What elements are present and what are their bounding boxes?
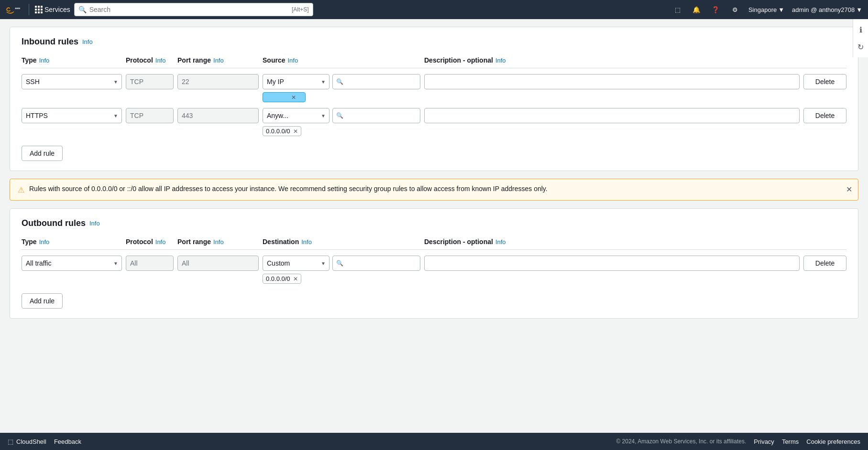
help-btn[interactable]: ❓ <box>710 4 722 15</box>
user-menu[interactable]: admin @ anthony2708 ▼ <box>792 6 862 13</box>
out-remove-ip-btn-1[interactable]: ✕ <box>293 276 298 282</box>
source-type-wrapper-2: Anyw... ▼ <box>263 108 330 123</box>
type-select-wrapper-2: HTTPS ▼ <box>22 108 122 123</box>
search-icon: 🔍 <box>78 6 87 13</box>
outbound-rules-title: Outbound rules Info <box>22 218 846 228</box>
type-col-header: Type Info <box>22 56 122 64</box>
region-label: Singapore <box>748 6 777 13</box>
out-description-info-link[interactable]: Info <box>495 238 506 246</box>
search-shortcut: [Alt+S] <box>292 6 309 13</box>
out-portrange-info-link[interactable]: Info <box>213 238 224 246</box>
source-search-icon-2: 🔍 <box>336 112 343 119</box>
source-row-2: Anyw... ▼ 🔍 <box>263 108 420 123</box>
settings-btn[interactable]: ⚙ <box>729 4 741 15</box>
source-info-link[interactable]: Info <box>287 57 298 64</box>
portrange-input-1 <box>177 74 259 89</box>
source-type-wrapper-1: My IP ▼ <box>263 74 330 89</box>
services-menu[interactable]: Services <box>35 6 70 13</box>
protocol-col-header: Protocol Info <box>126 56 174 64</box>
inbound-rule-row-2: HTTPS ▼ Anyw... ▼ 🔍 <box>22 108 846 136</box>
source-search-icon-1: 🔍 <box>336 78 343 85</box>
protocol-info-link[interactable]: Info <box>155 57 166 64</box>
source-row-1: My IP ▼ 🔍 <box>263 74 420 89</box>
description-input-2[interactable] <box>424 108 800 123</box>
source-col-header: Source Info <box>263 56 420 64</box>
out-type-info-link[interactable]: Info <box>39 238 50 246</box>
nav-divider <box>29 4 29 15</box>
user-label: admin @ anthony2708 <box>792 6 855 13</box>
inbound-rules-header: Type Info Protocol Info Port range Info … <box>22 56 846 68</box>
warning-close-btn[interactable]: ✕ <box>846 185 852 194</box>
delete-btn-2[interactable]: Delete <box>803 108 846 123</box>
sidebar-info-btn[interactable]: ℹ <box>854 23 868 36</box>
search-input[interactable] <box>89 6 289 13</box>
inbound-rules-title: Inbound rules Info <box>22 37 846 47</box>
region-selector[interactable]: Singapore ▼ <box>748 6 784 13</box>
out-dest-col-1: Custom ▼ 🔍 0.0.0.0/0 ✕ <box>263 256 420 284</box>
type-select-2[interactable]: HTTPS <box>22 108 122 123</box>
description-info-link[interactable]: Info <box>495 57 506 64</box>
out-description-col-header: Description - optional Info <box>424 238 800 246</box>
inbound-info-link[interactable]: Info <box>82 38 93 45</box>
search-bar[interactable]: 🔍 [Alt+S] <box>74 3 313 16</box>
aws-logo[interactable]: aws <box>6 5 23 14</box>
ip-tags-1: ✕ <box>263 92 420 102</box>
out-dest-info-link[interactable]: Info <box>301 238 312 246</box>
warning-banner: ⚠ Rules with source of 0.0.0.0/0 or ::/0… <box>10 179 858 201</box>
outbound-info-link[interactable]: Info <box>89 220 100 227</box>
source-type-select-1[interactable]: My IP <box>263 74 330 89</box>
out-portrange-input-1 <box>177 256 259 271</box>
out-type-select-1[interactable]: All traffic <box>22 256 122 271</box>
services-label: Services <box>44 6 70 13</box>
out-description-input-1[interactable] <box>424 256 800 271</box>
out-protocol-info-link[interactable]: Info <box>155 238 166 246</box>
portrange-info-link[interactable]: Info <box>213 57 224 64</box>
type-select-1[interactable]: SSH <box>22 74 122 89</box>
sidebar-refresh-btn[interactable]: ↻ <box>854 40 868 54</box>
source-search-input-2[interactable] <box>332 108 420 123</box>
terminal-icon: ⬚ <box>675 6 681 13</box>
ip-tag-2: 0.0.0.0/0 ✕ <box>263 126 301 136</box>
out-dest-type-select-1[interactable]: Custom <box>263 256 330 271</box>
grid-icon <box>35 6 43 13</box>
gear-icon: ⚙ <box>732 6 738 13</box>
portrange-input-2 <box>177 108 259 123</box>
description-input-1[interactable] <box>424 74 800 89</box>
out-dest-search-wrapper-1: 🔍 <box>332 256 420 271</box>
source-type-select-2[interactable]: Anyw... <box>263 108 330 123</box>
type-info-link[interactable]: Info <box>39 57 50 64</box>
out-protocol-input-1 <box>126 256 174 271</box>
out-ip-value-1: 0.0.0.0/0 <box>266 275 290 282</box>
warning-text: Rules with source of 0.0.0.0/0 or ::/0 a… <box>29 185 850 193</box>
source-search-input-1[interactable] <box>332 74 420 89</box>
description-col-header: Description - optional Info <box>424 56 800 64</box>
source-col-2: Anyw... ▼ 🔍 0.0.0.0/0 ✕ <box>263 108 420 136</box>
out-dest-type-wrapper-1: Custom ▼ <box>263 256 330 271</box>
out-dest-search-input-1[interactable] <box>332 256 420 271</box>
top-navigation: aws Services 🔍 [Alt+S] ⬚ 🔔 ❓ ⚙ Singapore <box>0 0 868 19</box>
remove-ip-btn-1[interactable]: ✕ <box>291 95 296 100</box>
out-delete-btn-1[interactable]: Delete <box>803 256 846 271</box>
outbound-add-rule-btn[interactable]: Add rule <box>22 293 63 309</box>
inbound-add-rule-btn[interactable]: Add rule <box>22 146 63 161</box>
outbound-rules-panel: Outbound rules Info Type Info Protocol I… <box>10 208 858 319</box>
out-dest-col-header: Destination Info <box>263 238 420 246</box>
out-dest-row-1: Custom ▼ 🔍 <box>263 256 420 271</box>
source-search-wrapper-2: 🔍 <box>332 108 420 123</box>
outbound-rule-row-1: All traffic ▼ Custom ▼ 🔍 <box>22 256 846 284</box>
ip-tags-2: 0.0.0.0/0 ✕ <box>263 126 420 136</box>
region-chevron: ▼ <box>778 6 784 13</box>
notifications-btn[interactable]: 🔔 <box>691 4 703 15</box>
inbound-title-text: Inbound rules <box>22 37 78 47</box>
right-sidebar: ℹ ↻ <box>853 19 868 57</box>
out-actions-col-header <box>803 238 846 246</box>
portrange-col-header: Port range Info <box>177 56 259 64</box>
delete-btn-1[interactable]: Delete <box>803 74 846 89</box>
actions-col-header <box>803 56 846 64</box>
out-type-col-header: Type Info <box>22 238 122 246</box>
terminal-icon-btn[interactable]: ⬚ <box>672 4 683 15</box>
out-protocol-col-header: Protocol Info <box>126 238 174 246</box>
remove-ip-btn-2[interactable]: ✕ <box>293 129 298 134</box>
redacted-text <box>268 94 288 101</box>
nav-right: ⬚ 🔔 ❓ ⚙ Singapore ▼ admin @ anthony2708 … <box>672 4 862 15</box>
